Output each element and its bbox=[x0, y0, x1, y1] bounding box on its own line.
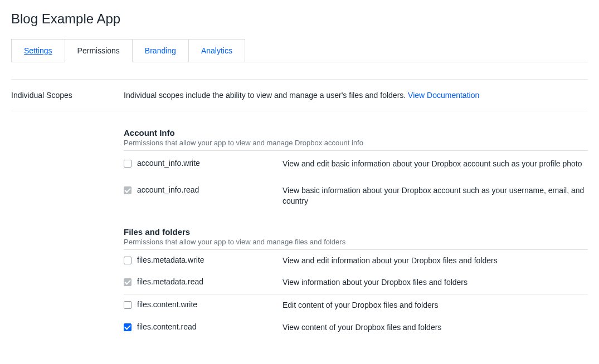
tab-analytics[interactable]: Analytics bbox=[188, 39, 245, 62]
perm-row-files-metadata-write: files.metadata.write View and edit infor… bbox=[124, 250, 588, 272]
perm-description: View basic information about your Dropbo… bbox=[283, 185, 588, 207]
individual-scopes-description: Individual scopes include the ability to… bbox=[124, 91, 588, 100]
perm-row-files-content-read: files.content.read View content of your … bbox=[124, 317, 588, 339]
perm-label: account_info.read bbox=[137, 185, 199, 194]
checkbox-files-metadata-write[interactable] bbox=[124, 257, 132, 264]
perm-label: files.content.read bbox=[137, 322, 197, 331]
group-files-folders: Files and folders Permissions that allow… bbox=[124, 227, 588, 338]
perm-description: View and edit information about your Dro… bbox=[283, 255, 588, 267]
group-account-info: Account Info Permissions that allow your… bbox=[124, 128, 588, 215]
perm-row-files-metadata-read: files.metadata.read View information abo… bbox=[124, 272, 588, 294]
checkbox-files-content-read[interactable] bbox=[124, 323, 132, 331]
perm-label: files.content.write bbox=[137, 300, 197, 309]
perm-label: files.metadata.read bbox=[137, 277, 203, 286]
perm-row-account-info-write: account_info.write View and edit basic i… bbox=[124, 151, 588, 178]
tabs-row: Settings Permissions Branding Analytics bbox=[11, 39, 588, 62]
group-title: Account Info bbox=[124, 128, 588, 137]
group-title: Files and folders bbox=[124, 227, 588, 237]
checkbox-account-info-write[interactable] bbox=[124, 160, 132, 168]
tab-permissions[interactable]: Permissions bbox=[65, 39, 133, 62]
checkbox-files-metadata-read[interactable] bbox=[124, 278, 132, 286]
permission-groups: Account Info Permissions that allow your… bbox=[124, 128, 588, 338]
perm-label: files.metadata.write bbox=[137, 255, 204, 264]
perm-row-files-content-write: files.content.write Edit content of your… bbox=[124, 294, 588, 317]
perm-description: View content of your Dropbox files and f… bbox=[283, 322, 588, 333]
perm-description: Edit content of your Dropbox files and f… bbox=[283, 300, 588, 311]
checkbox-account-info-read[interactable] bbox=[124, 186, 132, 194]
page-title: Blog Example App bbox=[11, 11, 588, 27]
perm-label: account_info.write bbox=[137, 159, 200, 168]
tab-branding[interactable]: Branding bbox=[132, 39, 189, 62]
individual-scopes-text: Individual scopes include the ability to… bbox=[124, 91, 408, 100]
individual-scopes-label: Individual Scopes bbox=[11, 91, 124, 100]
group-subtitle: Permissions that allow your app to view … bbox=[124, 139, 588, 147]
perm-description: View information about your Dropbox file… bbox=[283, 277, 588, 288]
checkbox-files-content-write[interactable] bbox=[124, 301, 132, 309]
perm-description: View and edit basic information about yo… bbox=[283, 159, 588, 170]
view-documentation-link[interactable]: View Documentation bbox=[408, 91, 479, 100]
group-subtitle: Permissions that allow your app to view … bbox=[124, 238, 588, 246]
individual-scopes-section: Individual Scopes Individual scopes incl… bbox=[11, 79, 588, 111]
perm-row-account-info-read: account_info.read View basic information… bbox=[124, 178, 588, 215]
group-header: Account Info Permissions that allow your… bbox=[124, 128, 588, 151]
tab-settings[interactable]: Settings bbox=[11, 39, 65, 62]
group-header: Files and folders Permissions that allow… bbox=[124, 227, 588, 250]
